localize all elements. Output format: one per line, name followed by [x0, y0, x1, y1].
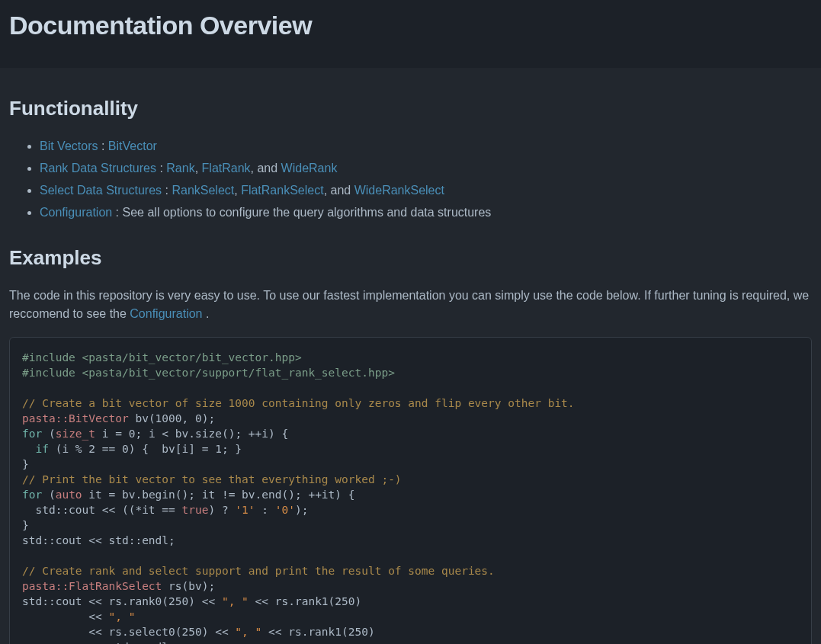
rankselect-link[interactable]: RankSelect — [172, 184, 234, 197]
code-comment: // Create rank and select support and pr… — [22, 565, 495, 577]
code-text: << — [22, 610, 109, 623]
code-comment: // Create a bit vector of size 1000 cont… — [22, 397, 575, 409]
code-type: pasta::FlatRankSelect — [22, 580, 162, 592]
rank-structures-link[interactable]: Rank Data Structures — [40, 162, 156, 175]
code-char: '1' — [235, 504, 255, 516]
code-string: ", " — [222, 595, 249, 607]
code-keyword: for — [22, 428, 42, 440]
bitvector-link[interactable]: BitVector — [108, 139, 157, 152]
code-example: #include <pasta/bit_vector/bit_vector.hp… — [9, 337, 812, 644]
code-text: it = bv.begin(); it != bv.end(); ++it) { — [82, 489, 355, 501]
page-header: Documentation Overview — [0, 0, 821, 68]
flatrank-link[interactable]: FlatRank — [202, 162, 251, 175]
code-text: } — [22, 458, 29, 470]
code-text: (i % 2 == 0) { bv[i] = 1; } — [49, 443, 242, 455]
code-char: '0' — [275, 504, 295, 516]
comma-text: , — [234, 184, 241, 197]
config-tail-text: : See all options to configure the query… — [112, 206, 491, 219]
code-text: std::cout << rs.rank0(250) << — [22, 595, 222, 607]
rank-link[interactable]: Rank — [166, 162, 194, 175]
configuration-link[interactable]: Configuration — [40, 206, 112, 219]
code-text: std::cout << std::endl; — [22, 534, 175, 546]
intro-post-text: . — [202, 307, 209, 320]
code-type: pasta::BitVector — [22, 412, 129, 425]
list-item: Bit Vectors : BitVector — [40, 137, 812, 155]
list-item: Rank Data Structures : Rank, FlatRank, a… — [40, 159, 812, 178]
code-include: #include <pasta/bit_vector/bit_vector.hp… — [22, 351, 302, 364]
separator-text: : — [162, 184, 172, 197]
functionality-heading: Functionallity — [9, 94, 812, 123]
code-text — [22, 443, 35, 455]
code-text: << rs.rank1(250) — [249, 595, 361, 607]
separator-text: : — [156, 162, 166, 175]
comma-text: , — [195, 162, 202, 175]
code-string: ", " — [109, 610, 136, 623]
list-item: Select Data Structures : RankSelect, Fla… — [40, 181, 812, 200]
code-text: << rs.rank1(250) — [261, 626, 374, 638]
code-text: ( — [42, 428, 55, 440]
code-text: ( — [42, 489, 55, 501]
code-text: : — [255, 504, 275, 516]
list-item: Configuration : See all options to confi… — [40, 203, 812, 222]
examples-heading: Examples — [9, 243, 812, 273]
code-keyword: if — [35, 443, 48, 455]
code-type: size_t — [56, 428, 95, 440]
code-keyword: for — [22, 489, 42, 501]
select-structures-link[interactable]: Select Data Structures — [40, 184, 162, 197]
and-text: , and — [251, 162, 281, 175]
code-text: std::cout << ((*it == — [22, 504, 182, 516]
code-text: << std::endl; — [22, 641, 175, 644]
bit-vectors-link[interactable]: Bit Vectors — [40, 139, 98, 152]
widerank-link[interactable]: WideRank — [281, 162, 338, 175]
code-text: } — [22, 519, 29, 531]
widerankselect-link[interactable]: WideRankSelect — [354, 184, 444, 197]
code-comment: // Print the bit vector to see that ever… — [22, 473, 402, 485]
code-include: #include <pasta/bit_vector/support/flat_… — [22, 367, 395, 379]
functionality-list: Bit Vectors : BitVector Rank Data Struct… — [9, 137, 812, 222]
separator-text: : — [98, 139, 107, 152]
code-keyword: true — [182, 504, 209, 516]
code-keyword: auto — [56, 489, 82, 501]
and-text: , and — [324, 184, 354, 197]
code-text: ); — [295, 504, 308, 516]
code-string: ", " — [235, 626, 261, 638]
code-text: bv(1000, 0); — [129, 412, 216, 425]
main-content: Functionallity Bit Vectors : BitVector R… — [0, 68, 821, 644]
code-text: rs(bv); — [162, 580, 215, 592]
page-title: Documentation Overview — [9, 6, 812, 45]
code-text: i = 0; i < bv.size(); ++i) { — [95, 428, 288, 440]
flatrankselect-link[interactable]: FlatRankSelect — [241, 184, 324, 197]
configuration-inline-link[interactable]: Configuration — [130, 307, 202, 320]
code-text: ) ? — [208, 504, 235, 516]
examples-intro: The code in this repository is very easy… — [9, 287, 812, 323]
code-text: << rs.select0(250) << — [22, 626, 235, 638]
